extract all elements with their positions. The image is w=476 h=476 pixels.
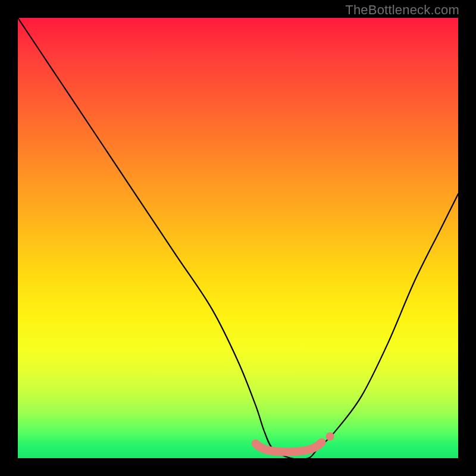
plot-area (18, 18, 458, 458)
valley-band-marker (256, 443, 322, 452)
watermark-label: TheBottleneck.com (345, 2, 459, 18)
curve-layer (18, 18, 458, 458)
chart-frame: TheBottleneck.com (0, 0, 476, 476)
bottleneck-curve (18, 18, 458, 458)
valley-dot-marker (326, 433, 334, 441)
